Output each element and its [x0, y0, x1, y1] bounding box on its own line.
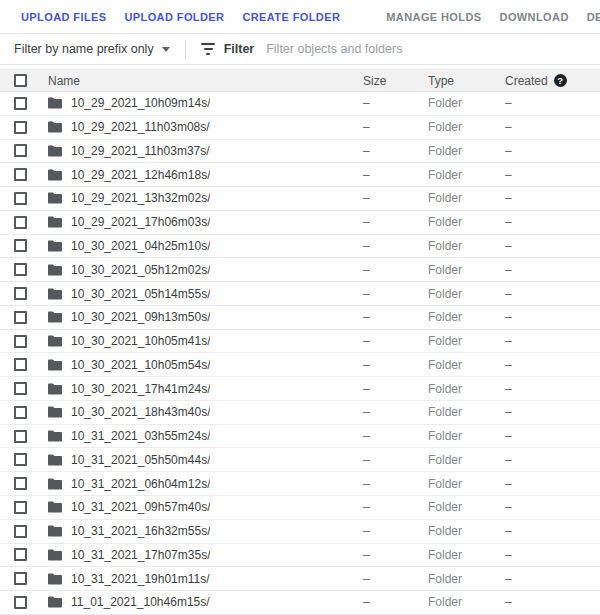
- row-created: –: [505, 310, 600, 324]
- folder-name-link[interactable]: 10_30_2021_10h05m41s/: [71, 334, 210, 348]
- folder-name-link[interactable]: 10_29_2021_11h03m37s/: [71, 144, 210, 158]
- folder-name-link[interactable]: 10_29_2021_12h46m18s/: [71, 168, 210, 182]
- folder-name-link[interactable]: 10_31_2021_17h07m35s/: [71, 548, 210, 562]
- row-type: Folder: [428, 405, 505, 419]
- table-row[interactable]: 10_31_2021_16h32m55s/ – Folder –: [0, 520, 600, 544]
- folder-name-link[interactable]: 10_31_2021_16h32m55s/: [71, 524, 210, 538]
- column-header-type[interactable]: Type: [428, 74, 505, 88]
- table-row[interactable]: 10_30_2021_04h25m10s/ – Folder –: [0, 235, 600, 259]
- row-created: –: [505, 215, 600, 229]
- table-row[interactable]: 10_31_2021_19h01m11s/ – Folder –: [0, 567, 600, 591]
- row-checkbox[interactable]: [14, 477, 27, 490]
- row-created: –: [505, 120, 600, 134]
- folder-name-link[interactable]: 10_30_2021_18h43m40s/: [71, 405, 210, 419]
- row-checkbox[interactable]: [14, 453, 27, 466]
- row-size: –: [363, 310, 428, 324]
- folder-name-link[interactable]: 10_31_2021_06h04m12s/: [71, 477, 210, 491]
- upload-files-button[interactable]: UPLOAD FILES: [12, 11, 115, 23]
- row-checkbox[interactable]: [14, 430, 27, 443]
- folder-name-link[interactable]: 10_30_2021_04h25m10s/: [71, 239, 210, 253]
- folder-name-link[interactable]: 11_01_2021_10h46m15s/: [71, 595, 210, 609]
- folder-name-link[interactable]: 10_30_2021_10h05m54s/: [71, 358, 210, 372]
- table-row[interactable]: 10_30_2021_17h41m24s/ – Folder –: [0, 377, 600, 401]
- row-checkbox[interactable]: [14, 572, 27, 585]
- table-row[interactable]: 10_29_2021_13h32m02s/ – Folder –: [0, 187, 600, 211]
- row-checkbox[interactable]: [14, 501, 27, 514]
- row-checkbox[interactable]: [14, 121, 27, 134]
- column-header-name[interactable]: Name: [48, 74, 363, 88]
- help-icon[interactable]: ?: [554, 74, 567, 87]
- row-checkbox[interactable]: [14, 263, 27, 276]
- row-checkbox[interactable]: [14, 97, 27, 110]
- row-created: –: [505, 500, 600, 514]
- select-all-checkbox[interactable]: [14, 74, 27, 87]
- column-header-created[interactable]: Created ?: [505, 74, 600, 88]
- row-size: –: [363, 96, 428, 110]
- table-row[interactable]: 10_30_2021_09h13m50s/ – Folder –: [0, 306, 600, 330]
- row-checkbox[interactable]: [14, 239, 27, 252]
- column-header-size[interactable]: Size: [363, 74, 428, 88]
- row-type: Folder: [428, 500, 505, 514]
- table-row[interactable]: 10_29_2021_17h06m03s/ – Folder –: [0, 211, 600, 235]
- row-created: –: [505, 429, 600, 443]
- table-row[interactable]: 10_31_2021_06h04m12s/ – Folder –: [0, 472, 600, 496]
- row-checkbox[interactable]: [14, 168, 27, 181]
- row-created: –: [505, 382, 600, 396]
- row-checkbox[interactable]: [14, 358, 27, 371]
- table-row[interactable]: 10_30_2021_10h05m54s/ – Folder –: [0, 353, 600, 377]
- row-checkbox[interactable]: [14, 382, 27, 395]
- folder-name-link[interactable]: 10_31_2021_03h55m24s/: [71, 429, 210, 443]
- folder-name-link[interactable]: 10_31_2021_09h57m40s/: [71, 500, 210, 514]
- row-checkbox[interactable]: [14, 335, 27, 348]
- folder-name-link[interactable]: 10_29_2021_10h09m14s/: [71, 96, 210, 110]
- row-created: –: [505, 477, 600, 491]
- table-row[interactable]: 10_29_2021_11h03m08s/ – Folder –: [0, 116, 600, 140]
- row-checkbox[interactable]: [14, 287, 27, 300]
- filter-scope-dropdown[interactable]: Filter by name prefix only: [14, 42, 170, 56]
- folder-name-link[interactable]: 10_29_2021_11h03m08s/: [71, 120, 210, 134]
- folder-name-link[interactable]: 10_30_2021_05h12m02s/: [71, 263, 210, 277]
- table-row[interactable]: 10_30_2021_05h14m55s/ – Folder –: [0, 282, 600, 306]
- folder-name-link[interactable]: 10_30_2021_05h14m55s/: [71, 287, 210, 301]
- folder-icon: [48, 264, 62, 276]
- table-row[interactable]: 10_30_2021_10h05m41s/ – Folder –: [0, 330, 600, 354]
- row-size: –: [363, 453, 428, 467]
- row-checkbox[interactable]: [14, 525, 27, 538]
- table-row[interactable]: 10_30_2021_05h12m02s/ – Folder –: [0, 258, 600, 282]
- row-created: –: [505, 453, 600, 467]
- folder-icon: [48, 406, 62, 418]
- row-checkbox[interactable]: [14, 406, 27, 419]
- folder-name-link[interactable]: 10_30_2021_17h41m24s/: [71, 382, 210, 396]
- row-checkbox[interactable]: [14, 596, 27, 609]
- table-row[interactable]: 10_29_2021_10h09m14s/ – Folder –: [0, 92, 600, 116]
- table-row[interactable]: 10_31_2021_09h57m40s/ – Folder –: [0, 496, 600, 520]
- folder-name-link[interactable]: 10_30_2021_09h13m50s/: [71, 310, 210, 324]
- table-row[interactable]: 10_29_2021_12h46m18s/ – Folder –: [0, 163, 600, 187]
- upload-folder-button[interactable]: UPLOAD FOLDER: [115, 11, 233, 23]
- folder-name-link[interactable]: 10_29_2021_13h32m02s/: [71, 191, 210, 205]
- table-row[interactable]: 10_31_2021_05h50m44s/ – Folder –: [0, 448, 600, 472]
- row-checkbox[interactable]: [14, 192, 27, 205]
- table-row[interactable]: 10_31_2021_03h55m24s/ – Folder –: [0, 425, 600, 449]
- row-size: –: [363, 524, 428, 538]
- manage-holds-button: MANAGE HOLDS: [377, 11, 490, 23]
- folder-icon: [48, 478, 62, 490]
- row-created: –: [505, 358, 600, 372]
- row-checkbox[interactable]: [14, 216, 27, 229]
- create-folder-button[interactable]: CREATE FOLDER: [233, 11, 349, 23]
- folder-name-link[interactable]: 10_31_2021_19h01m11s/: [71, 572, 210, 586]
- table-row[interactable]: 10_31_2021_17h07m35s/ – Folder –: [0, 544, 600, 568]
- row-created: –: [505, 405, 600, 419]
- row-type: Folder: [428, 572, 505, 586]
- filter-input[interactable]: [266, 42, 600, 56]
- row-checkbox[interactable]: [14, 548, 27, 561]
- table-row[interactable]: 10_29_2021_11h03m37s/ – Folder –: [0, 140, 600, 164]
- table-row[interactable]: 11_01_2021_10h46m15s/ – Folder –: [0, 591, 600, 615]
- row-created: –: [505, 334, 600, 348]
- folder-name-link[interactable]: 10_29_2021_17h06m03s/: [71, 215, 210, 229]
- row-checkbox[interactable]: [14, 144, 27, 157]
- row-checkbox[interactable]: [14, 311, 27, 324]
- row-type: Folder: [428, 215, 505, 229]
- table-row[interactable]: 10_30_2021_18h43m40s/ – Folder –: [0, 401, 600, 425]
- folder-name-link[interactable]: 10_31_2021_05h50m44s/: [71, 453, 210, 467]
